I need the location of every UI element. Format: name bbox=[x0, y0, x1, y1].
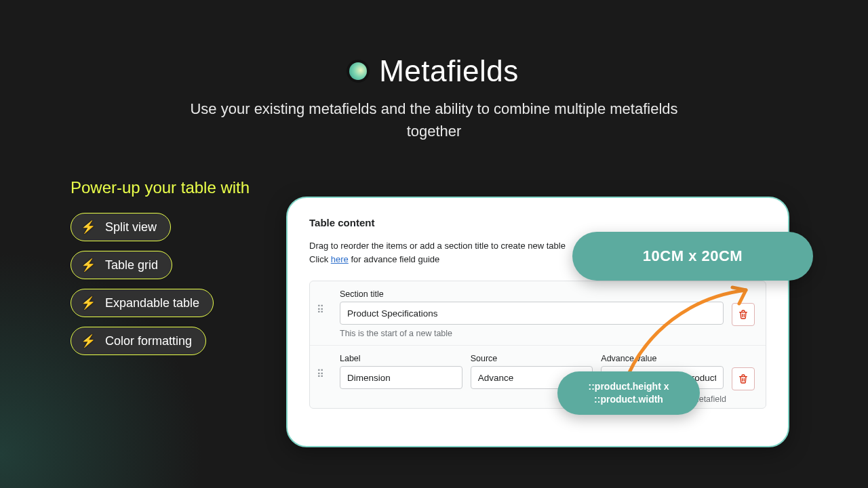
feature-label: Color formatting bbox=[105, 334, 192, 348]
powerup-column: Power-up your table with ⚡ Split view ⚡ … bbox=[71, 175, 274, 365]
feature-expandable-table[interactable]: ⚡ Expandable table bbox=[71, 289, 214, 317]
powerup-heading: Power-up your table with bbox=[71, 175, 274, 201]
advance-value-column-header: Advance value bbox=[601, 354, 724, 363]
source-column-header: Source bbox=[471, 354, 593, 363]
bolt-icon: ⚡ bbox=[81, 258, 96, 272]
feature-label: Table grid bbox=[105, 258, 158, 272]
section-title-hint: This is the start of a new table bbox=[340, 329, 724, 338]
label-input[interactable] bbox=[340, 366, 462, 389]
bolt-icon: ⚡ bbox=[81, 220, 96, 235]
advance-guide-link[interactable]: here bbox=[331, 254, 349, 264]
trash-icon bbox=[738, 373, 749, 384]
page-header: Metafields Use your existing metafields … bbox=[0, 54, 868, 142]
panel-help-suffix: for advance field guide bbox=[349, 254, 439, 264]
drag-handle-icon[interactable]: ⠿ bbox=[317, 304, 332, 314]
feature-color-formatting[interactable]: ⚡ Color formatting bbox=[71, 327, 206, 355]
bolt-icon: ⚡ bbox=[81, 296, 96, 310]
section-title-input[interactable] bbox=[340, 302, 724, 325]
feature-label: Expandable table bbox=[105, 296, 199, 310]
page-title: Metafields bbox=[379, 54, 519, 88]
section-title-row: ⠿ Section title This is the start of a n… bbox=[310, 281, 766, 346]
logo-dot-icon bbox=[349, 62, 367, 80]
feature-split-view[interactable]: ⚡ Split view bbox=[71, 213, 171, 241]
result-bubble: 10CM x 20CM bbox=[572, 232, 813, 281]
panel-heading: Table content bbox=[309, 217, 766, 228]
page-subtitle: Use your existing metafields and the abi… bbox=[190, 98, 678, 142]
feature-table-grid[interactable]: ⚡ Table grid bbox=[71, 251, 172, 279]
section-title-label: Section title bbox=[340, 289, 724, 299]
panel-help-prefix: Click bbox=[309, 254, 331, 264]
drag-handle-icon[interactable]: ⠿ bbox=[317, 369, 332, 379]
delete-row-button[interactable] bbox=[732, 367, 755, 390]
feature-label: Split view bbox=[105, 220, 157, 235]
trash-icon bbox=[738, 309, 749, 320]
expression-bubble: ::product.height x ::product.width bbox=[557, 371, 700, 415]
delete-section-button[interactable] bbox=[732, 303, 755, 326]
label-column-header: Label bbox=[340, 354, 462, 363]
bolt-icon: ⚡ bbox=[81, 333, 96, 348]
